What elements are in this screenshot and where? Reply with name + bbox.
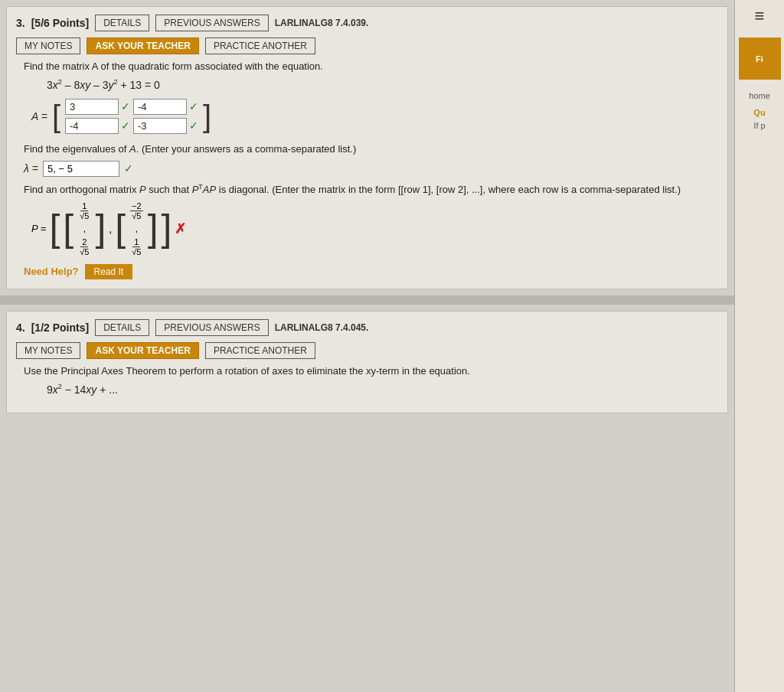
problem-3-equation: 3x2 – 8xy – 3y2 + 13 = 0 <box>47 78 710 91</box>
problem-4-body: Use the Principal Axes Theorem to perfor… <box>16 365 718 396</box>
problem-4-points: [1/2 Points] <box>31 322 89 334</box>
p-wrong-mark: ✗ <box>175 220 186 237</box>
matrix-cell-21: ✓ <box>65 118 130 134</box>
p-outer-close: ] <box>162 211 172 246</box>
check-22: ✓ <box>189 119 198 132</box>
p-v1-close: ] <box>95 211 106 246</box>
problem-4-number: 4. <box>16 322 25 334</box>
comma-1: , <box>83 224 86 234</box>
read-it-button[interactable]: Read It <box>85 264 133 279</box>
problem-3-number: 3. <box>16 17 25 29</box>
p-v2-open: [ <box>115 211 126 246</box>
problem-3-btn-row: MY NOTES ASK YOUR TEACHER PRACTICE ANOTH… <box>16 38 718 54</box>
frac-1-1: 1 √5 <box>78 201 90 220</box>
previous-answers-button-4[interactable]: PREVIOUS ANSWERS <box>155 319 268 336</box>
matrix-a-container: A = [ ✓ ✓ ✓ <box>31 99 710 134</box>
sidebar-if-label: If p <box>753 121 765 130</box>
ask-teacher-button-3[interactable]: ASK YOUR TEACHER <box>87 38 198 54</box>
need-help-label: Need Help? <box>24 266 79 277</box>
previous-answers-button-3[interactable]: PREVIOUS ANSWERS <box>155 15 268 31</box>
problem-4-id: LARLINALG8 7.4.045. <box>275 322 369 333</box>
p-outer-open: [ <box>49 211 60 246</box>
sidebar-home-label: home <box>749 91 770 100</box>
eigenvalue-check: ✓ <box>124 162 133 175</box>
problem-3-header: 3. [5/6 Points] DETAILS PREVIOUS ANSWERS… <box>16 15 718 31</box>
practice-another-button-4[interactable]: PRACTICE ANOTHER <box>205 342 315 359</box>
eigenvalue-label: λ = <box>24 162 38 175</box>
frac-1-2: 2 √5 <box>78 237 90 256</box>
p-v2-close: ] <box>148 211 158 246</box>
comma-between: , <box>109 223 112 235</box>
problem-4-instruction: Use the Principal Axes Theorem to perfor… <box>24 365 710 377</box>
matrix-input-21[interactable] <box>65 118 119 134</box>
frac-2-1: −2 √5 <box>130 201 143 220</box>
practice-another-button-3[interactable]: PRACTICE ANOTHER <box>205 38 315 54</box>
matrix-cells: ✓ ✓ ✓ ✓ <box>65 99 198 134</box>
matrix-input-22[interactable] <box>133 118 187 134</box>
problem-4-header: 4. [1/2 Points] DETAILS PREVIOUS ANSWERS… <box>16 319 718 336</box>
frac-2-2: 1 √5 <box>130 237 142 256</box>
my-notes-button-4[interactable]: MY NOTES <box>16 342 80 359</box>
eigenvalue-input[interactable] <box>43 161 119 177</box>
need-help-row: Need Help? Read It <box>24 264 710 279</box>
details-button-3[interactable]: DETAILS <box>95 15 149 31</box>
p-matrix-instruction: Find an orthogonal matrix P such that PT… <box>24 183 710 195</box>
matrix-input-11[interactable] <box>65 99 119 115</box>
hamburger-menu-icon[interactable]: ≡ <box>755 6 765 26</box>
problem-3-points: [5/6 Points] <box>31 17 89 29</box>
p-v1-open: [ <box>63 211 74 246</box>
sidebar-fi-label: Fi <box>756 54 763 64</box>
problem-3-instruction: Find the matrix A of the quadratic form … <box>24 60 710 72</box>
p-label: P = <box>31 223 46 234</box>
check-11: ✓ <box>121 100 130 113</box>
matrix-a-label: A = <box>31 110 47 122</box>
matrix-input-12[interactable] <box>133 99 187 115</box>
problem-3-body: Find the matrix A of the quadratic form … <box>16 60 718 279</box>
comma-2: , <box>136 224 138 234</box>
check-21: ✓ <box>121 119 130 132</box>
sidebar-qu-label: Qu <box>753 108 765 117</box>
matrix-cell-11: ✓ <box>65 99 130 115</box>
my-notes-button-3[interactable]: MY NOTES <box>16 38 80 54</box>
problem-3-id: LARLINALG8 7.4.039. <box>275 18 369 28</box>
eigenvalue-row: λ = ✓ <box>24 161 710 177</box>
matrix-cell-22: ✓ <box>133 118 198 134</box>
p-matrix-display: P = [ [ 1 √5 , 2 √5 ] , <box>31 201 710 256</box>
check-12: ✓ <box>189 100 198 113</box>
matrix-close-bracket: ] <box>203 101 211 132</box>
section-divider <box>0 295 734 305</box>
problem-4-equation: 9x2 − 14xy + ... <box>47 383 710 396</box>
right-sidebar: ≡ Fi home Qu If p <box>734 0 784 692</box>
problem-4-btn-row: MY NOTES ASK YOUR TEACHER PRACTICE ANOTH… <box>16 342 718 359</box>
problem-4-section: 4. [1/2 Points] DETAILS PREVIOUS ANSWERS… <box>6 311 728 413</box>
eigenvalue-instruction: Find the eigenvalues of A. (Enter your a… <box>24 143 710 155</box>
problem-3-section: 3. [5/6 Points] DETAILS PREVIOUS ANSWERS… <box>6 6 728 289</box>
details-button-4[interactable]: DETAILS <box>95 319 149 336</box>
sidebar-fi-box[interactable]: Fi <box>739 38 781 80</box>
matrix-cell-12: ✓ <box>133 99 198 115</box>
ask-teacher-button-4[interactable]: ASK YOUR TEACHER <box>87 342 198 359</box>
matrix-open-bracket: [ <box>52 101 60 132</box>
